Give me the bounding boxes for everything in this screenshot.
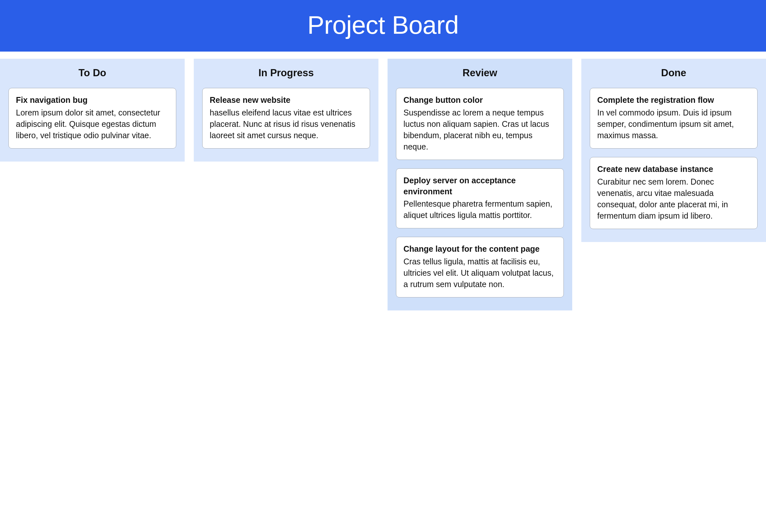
card-title: Change layout for the content page [404,244,556,255]
kanban-card[interactable]: Release new website hasellus eleifend la… [202,88,370,149]
card-title: Change button color [404,95,556,106]
kanban-card[interactable]: Change layout for the content page Cras … [396,237,564,297]
kanban-card[interactable]: Create new database instance Curabitur n… [590,157,758,229]
column-in-progress[interactable]: In Progress Release new website hasellus… [194,59,378,162]
card-title: Release new website [210,95,362,106]
column-done[interactable]: Done Complete the registration flow In v… [581,59,766,242]
card-title: Complete the registration flow [597,95,750,106]
column-title: Review [396,67,564,79]
card-description: Pellentesque pharetra fermentum sapien, … [404,198,556,221]
card-title: Fix navigation bug [16,95,169,106]
kanban-card[interactable]: Change button color Suspendisse ac lorem… [396,88,564,160]
card-title: Create new database instance [597,164,750,175]
kanban-card[interactable]: Deploy server on acceptance environment … [396,168,564,229]
page-title: Project Board [0,10,766,40]
column-title: To Do [8,67,176,79]
card-title: Deploy server on acceptance environment [404,175,556,197]
card-description: Cras tellus ligula, mattis at facilisis … [404,256,556,290]
column-title: Done [590,67,758,79]
column-review[interactable]: Review Change button color Suspendisse a… [388,59,572,310]
page-header: Project Board [0,0,766,52]
column-title: In Progress [202,67,370,79]
kanban-card[interactable]: Complete the registration flow In vel co… [590,88,758,149]
column-todo[interactable]: To Do Fix navigation bug Lorem ipsum dol… [0,59,185,162]
card-description: hasellus eleifend lacus vitae est ultric… [210,107,362,141]
kanban-board: To Do Fix navigation bug Lorem ipsum dol… [0,52,766,310]
card-description: In vel commodo ipsum. Duis id ipsum semp… [597,107,750,141]
kanban-card[interactable]: Fix navigation bug Lorem ipsum dolor sit… [8,88,176,149]
card-description: Suspendisse ac lorem a neque tempus luct… [404,107,556,152]
card-description: Lorem ipsum dolor sit amet, consectetur … [16,107,169,141]
card-description: Curabitur nec sem lorem. Donec venenatis… [597,176,750,222]
